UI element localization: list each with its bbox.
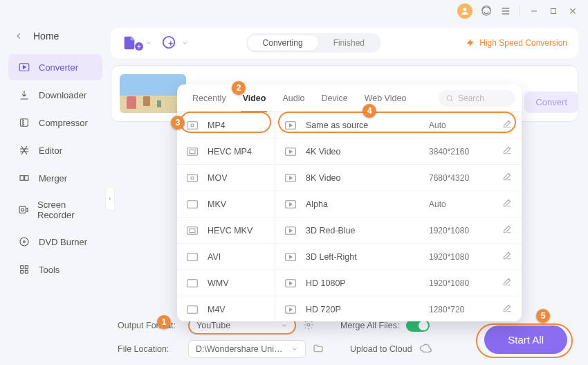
- preset-item[interactable]: 3D Red-Blue1920*1080: [275, 217, 522, 244]
- svg-point-20: [191, 124, 194, 127]
- edit-preset-icon[interactable]: [502, 119, 512, 131]
- minimize-icon[interactable]: [529, 6, 540, 17]
- format-item-wmv[interactable]: WMV: [177, 270, 275, 296]
- svg-rect-7: [19, 206, 26, 213]
- upload-cloud-label: Upload to Cloud: [350, 344, 412, 354]
- sidebar-item-converter[interactable]: Converter: [8, 54, 102, 80]
- video-thumbnail[interactable]: [120, 74, 186, 113]
- edit-preset-icon[interactable]: [502, 303, 512, 315]
- format-item-mp4[interactable]: MP4: [177, 112, 275, 139]
- format-item-avi[interactable]: AVI: [177, 244, 275, 270]
- sidebar-item-editor[interactable]: Editor: [8, 137, 102, 163]
- format-tab-recently[interactable]: Recently: [184, 84, 235, 112]
- format-item-m4v[interactable]: M4V: [177, 296, 275, 321]
- svg-rect-6: [25, 176, 28, 181]
- merger-icon: [18, 172, 30, 184]
- start-all-button[interactable]: Start All: [484, 326, 567, 354]
- editor-icon: [18, 144, 30, 157]
- format-tab-audio[interactable]: Audio: [274, 84, 313, 112]
- compress-icon: [18, 116, 30, 129]
- merge-label: Merge All Files:: [340, 321, 399, 330]
- format-label: MKV: [208, 199, 226, 209]
- preset-item[interactable]: 4K Video3840*2160: [275, 139, 522, 165]
- format-search-input[interactable]: Search: [439, 90, 515, 107]
- sidebar-item-label: Screen Recorder: [37, 199, 93, 220]
- format-list: MP4 HEVC MP4 MOV MKV HEVC MKV AVI WMV M4…: [177, 112, 275, 321]
- format-label: MOV: [208, 173, 227, 183]
- video-format-icon: [187, 278, 199, 288]
- sidebar-item-label: Converter: [39, 62, 78, 73]
- svg-rect-22: [190, 150, 195, 153]
- format-label: WMV: [208, 278, 229, 288]
- open-folder-icon[interactable]: [313, 343, 324, 356]
- svg-rect-11: [21, 266, 24, 269]
- preset-item[interactable]: HD 1080P1920*1080: [275, 270, 522, 296]
- add-file-button[interactable]: +: [122, 35, 152, 51]
- avatar[interactable]: [457, 3, 472, 19]
- format-item-mov[interactable]: MOV: [177, 165, 275, 191]
- convert-button[interactable]: Convert: [524, 91, 578, 113]
- svg-rect-14: [25, 270, 28, 273]
- preset-icon: [285, 252, 297, 262]
- preset-name: 8K Video: [306, 173, 341, 183]
- preset-name: HD 720P: [306, 305, 341, 314]
- format-tab-device[interactable]: Device: [313, 84, 356, 112]
- format-item-mkv[interactable]: MKV: [177, 191, 275, 217]
- edit-preset-icon[interactable]: [502, 277, 512, 289]
- dvd-icon: [18, 235, 30, 248]
- sidebar-item-downloader[interactable]: Downloader: [8, 82, 102, 108]
- sidebar-item-screen-recorder[interactable]: Screen Recorder: [8, 193, 102, 227]
- add-folder-button[interactable]: +: [162, 35, 188, 51]
- sidebar-item-merger[interactable]: Merger: [8, 165, 102, 191]
- preset-name: 3D Red-Blue: [306, 226, 356, 235]
- preset-icon: [285, 305, 297, 314]
- sidebar-item-dvd-burner[interactable]: DVD Burner: [8, 229, 102, 255]
- preset-icon: [285, 121, 297, 130]
- preset-item[interactable]: AlphaAuto: [275, 191, 522, 217]
- format-item-hevc-mp4[interactable]: HEVC MP4: [177, 139, 275, 165]
- file-location-select[interactable]: D:\Wondershare UniConverter 1: [188, 340, 306, 358]
- preset-icon: [285, 173, 297, 183]
- svg-point-24: [191, 177, 194, 179]
- svg-rect-27: [190, 229, 195, 232]
- preset-icon: [285, 226, 297, 235]
- edit-preset-icon[interactable]: [502, 172, 512, 184]
- cloud-icon[interactable]: [419, 344, 432, 355]
- edit-preset-icon[interactable]: [502, 145, 512, 157]
- maximize-icon[interactable]: [548, 6, 559, 17]
- sidebar-item-label: Tools: [39, 265, 59, 275]
- preset-resolution: 7680*4320: [429, 173, 484, 183]
- edit-preset-icon[interactable]: [502, 198, 512, 210]
- svg-rect-29: [187, 279, 198, 287]
- preset-resolution: 1920*1080: [429, 278, 484, 288]
- svg-rect-28: [187, 253, 198, 260]
- preset-item[interactable]: HD 720P1280*720: [275, 296, 522, 321]
- hsc-label: High Speed Conversion: [479, 38, 567, 48]
- home-button[interactable]: Home: [3, 26, 108, 53]
- close-icon[interactable]: [567, 6, 578, 17]
- support-icon[interactable]: [481, 6, 492, 17]
- preset-item[interactable]: 8K Video7680*4320: [275, 165, 522, 191]
- video-format-icon: [187, 173, 199, 183]
- sidebar-item-compressor[interactable]: Compressor: [8, 109, 102, 136]
- sidebar-item-tools[interactable]: Tools: [8, 256, 102, 283]
- preset-resolution: 1920*1080: [429, 252, 484, 262]
- edit-preset-icon[interactable]: [502, 224, 512, 236]
- preset-name: Same as source: [306, 121, 368, 130]
- format-item-hevc-mkv[interactable]: HEVC MKV: [177, 217, 275, 244]
- sidebar-item-label: Compressor: [39, 118, 88, 128]
- preset-name: HD 1080P: [306, 278, 346, 288]
- format-label: AVI: [208, 252, 221, 262]
- preset-icon: [285, 199, 297, 209]
- collapse-sidebar-button[interactable]: [105, 187, 115, 211]
- home-label: Home: [33, 30, 59, 42]
- converter-icon: [18, 61, 30, 73]
- high-speed-conversion[interactable]: High Speed Conversion: [466, 38, 567, 48]
- preset-item[interactable]: 3D Left-Right1920*1080: [275, 244, 522, 270]
- menu-icon[interactable]: [500, 6, 511, 17]
- edit-preset-icon[interactable]: [502, 251, 512, 262]
- titlebar: [0, 0, 588, 22]
- tab-finished[interactable]: Finished: [318, 35, 380, 51]
- preset-item[interactable]: Same as sourceAuto: [275, 112, 522, 139]
- tab-converting[interactable]: Converting: [248, 35, 318, 51]
